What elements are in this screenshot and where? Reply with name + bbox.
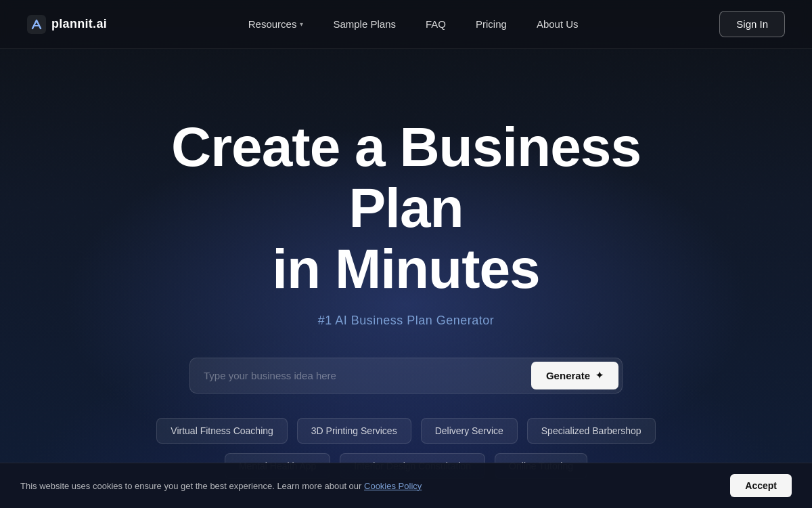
chip-virtual-fitness[interactable]: Virtual Fitness Coaching [156,418,287,444]
nav-link-sample-plans[interactable]: Sample Plans [321,13,408,35]
chip-3d-printing[interactable]: 3D Printing Services [297,418,411,444]
chevron-down-icon: ▾ [300,20,303,28]
generate-button[interactable]: Generate ✦ [531,362,618,389]
hero-title-line1: Create a Business Plan [171,116,641,238]
hero-subtitle: #1 AI Business Plan Generator [318,314,495,328]
nav-link-faq[interactable]: FAQ [413,13,458,35]
nav-link-about-us[interactable]: About Us [524,13,591,35]
logo-icon [27,15,46,34]
logo-text: plannit.ai [51,17,107,31]
nav-link-pricing-label: Pricing [476,18,507,30]
nav-link-faq-label: FAQ [426,18,446,30]
generate-label: Generate [546,370,590,381]
nav-link-resources[interactable]: Resources ▾ [236,13,316,35]
cookies-policy-link[interactable]: Cookies Policy [364,481,422,491]
search-container: Generate ✦ [189,358,623,394]
search-input[interactable] [190,359,528,392]
nav-link-about-us-label: About Us [537,18,579,30]
hero-title-line2: in Minutes [272,238,539,299]
sparkle-icon: ✦ [595,370,604,381]
nav-link-sample-plans-label: Sample Plans [333,18,396,30]
cookie-text: This website uses cookies to ensure you … [20,481,422,491]
accept-cookies-button[interactable]: Accept [730,474,792,497]
nav-link-resources-label: Resources [248,18,297,30]
sign-in-button[interactable]: Sign In [719,11,785,37]
nav-links: Resources ▾ Sample Plans FAQ Pricing Abo… [236,13,591,35]
svg-rect-0 [27,15,46,34]
hero-title: Create a Business Plan in Minutes [135,117,677,300]
navbar: plannit.ai Resources ▾ Sample Plans FAQ … [0,0,812,49]
cookie-banner: This website uses cookies to ensure you … [0,463,812,508]
hero-section: Create a Business Plan in Minutes #1 AI … [0,49,812,479]
logo[interactable]: plannit.ai [27,15,107,34]
chip-barbershop[interactable]: Specialized Barbershop [527,418,656,444]
nav-link-pricing[interactable]: Pricing [464,13,519,35]
chips-row-1: Virtual Fitness Coaching 3D Printing Ser… [156,418,655,444]
chip-delivery-service[interactable]: Delivery Service [421,418,518,444]
